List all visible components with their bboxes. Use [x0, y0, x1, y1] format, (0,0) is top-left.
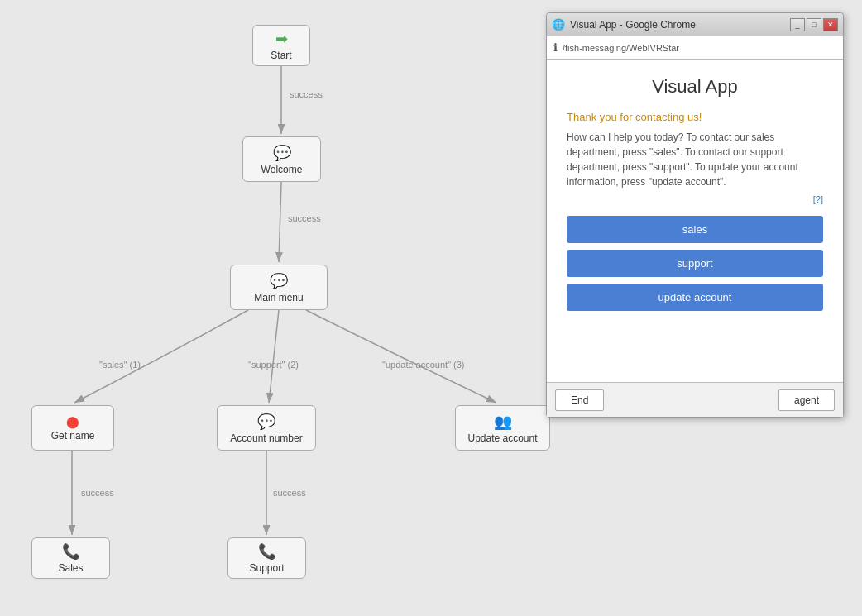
- node-support[interactable]: 📞 Support: [227, 537, 306, 579]
- node-start[interactable]: ➡ Start: [252, 25, 310, 66]
- flow-diagram: success success "sales" (1) "support" (2…: [0, 0, 546, 616]
- node-account-number[interactable]: 💬 Account number: [217, 405, 316, 451]
- node-welcome[interactable]: 💬 Welcome: [242, 136, 321, 182]
- node-update-account-label: Update account: [467, 432, 537, 444]
- close-button[interactable]: ✕: [823, 18, 838, 31]
- help-link[interactable]: [?]: [567, 194, 823, 204]
- window-title: Visual App - Google Chrome: [570, 19, 696, 31]
- account-number-icon: 💬: [257, 413, 275, 431]
- svg-line-3: [269, 310, 279, 403]
- welcome-icon: 💬: [273, 144, 291, 162]
- node-sales[interactable]: 📞 Sales: [31, 537, 110, 579]
- label-update-account: "update account" (3): [382, 360, 465, 370]
- info-icon: ℹ: [553, 41, 558, 54]
- update-account-button[interactable]: update account: [567, 284, 823, 311]
- node-get-name[interactable]: ⬤ Get name: [31, 405, 114, 451]
- browser-window: 🌐 Visual App - Google Chrome _ □ ✕ ℹ /fi…: [546, 12, 844, 418]
- minimize-button[interactable]: _: [790, 18, 805, 31]
- node-support-label: Support: [249, 562, 284, 574]
- page-icon: 🌐: [552, 18, 565, 31]
- main-menu-icon: 💬: [270, 272, 288, 290]
- help-text: How can I help you today? To contact our…: [567, 130, 823, 189]
- browser-content: Visual App Thank you for contacting us! …: [547, 60, 843, 382]
- node-sales-label: Sales: [58, 562, 83, 574]
- maximize-button[interactable]: □: [807, 18, 821, 31]
- browser-footer: End agent: [547, 382, 843, 417]
- node-main-menu[interactable]: 💬 Main menu: [230, 265, 328, 310]
- label-accountnum-support: success: [273, 488, 306, 498]
- end-button[interactable]: End: [555, 389, 604, 411]
- label-support: "support" (2): [248, 360, 299, 370]
- node-welcome-label: Welcome: [261, 164, 303, 175]
- title-bar: 🌐 Visual App - Google Chrome _ □ ✕: [547, 13, 843, 36]
- label-sales: "sales" (1): [99, 360, 141, 370]
- node-get-name-label: Get name: [51, 430, 95, 442]
- title-bar-left: 🌐 Visual App - Google Chrome: [552, 18, 696, 31]
- address-bar: ℹ /fish-messaging/WebIVRStar: [547, 36, 843, 60]
- node-main-menu-label: Main menu: [254, 292, 303, 303]
- label-getname-sales: success: [81, 488, 114, 498]
- node-start-label: Start: [271, 50, 291, 61]
- update-account-icon: 👥: [494, 413, 512, 431]
- label-start-welcome: success: [290, 89, 323, 99]
- start-icon: ➡: [275, 30, 288, 48]
- title-bar-controls: _ □ ✕: [790, 18, 838, 31]
- agent-button[interactable]: agent: [778, 389, 835, 411]
- svg-line-2: [279, 182, 281, 262]
- node-account-number-label: Account number: [230, 432, 302, 444]
- app-title: Visual App: [567, 76, 823, 98]
- thank-you-text: Thank you for contacting us!: [567, 111, 823, 123]
- sales-icon: 📞: [62, 542, 80, 561]
- support-icon: 📞: [258, 542, 276, 561]
- url-text: /fish-messaging/WebIVRStar: [563, 43, 836, 53]
- get-name-icon: ⬤: [66, 415, 79, 428]
- sales-button[interactable]: sales: [567, 216, 823, 243]
- node-update-account[interactable]: 👥 Update account: [455, 405, 550, 451]
- support-button[interactable]: support: [567, 250, 823, 277]
- label-welcome-mainmenu: success: [288, 213, 321, 223]
